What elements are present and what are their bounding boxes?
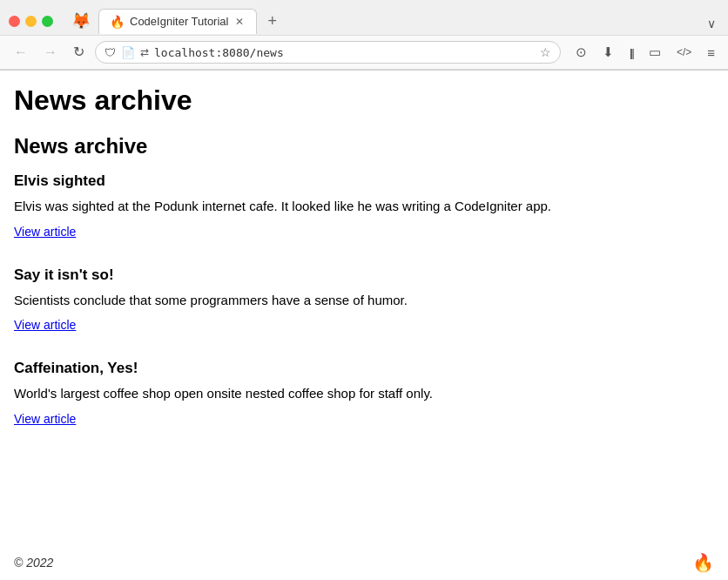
firefox-logo: 🦊 <box>64 11 98 30</box>
view-article-link-3[interactable]: View article <box>14 412 76 426</box>
article-excerpt-2: Scientists conclude that some programmer… <box>14 291 714 311</box>
history-button[interactable]: ||| <box>625 44 637 62</box>
download-button[interactable]: ⬇ <box>598 42 618 63</box>
article-item-2: Say it isn't so! Scientists conclude tha… <box>14 266 714 340</box>
article-title-3: Caffeination, Yes! <box>14 360 714 377</box>
new-tab-button[interactable]: + <box>260 9 284 34</box>
article-title-1: Elvis sighted <box>14 172 714 190</box>
menu-button[interactable]: ≡ <box>703 43 719 63</box>
nav-bar: ← → ↻ 🛡 📄 ⇄ localhost:8080/news ☆ ⊙ ⬇ ||… <box>0 35 728 70</box>
reader-view-button[interactable]: ▭ <box>644 42 665 63</box>
view-article-link-2[interactable]: View article <box>14 318 76 332</box>
page-icon: 📄 <box>121 46 135 59</box>
devtools-button[interactable]: </> <box>672 44 696 61</box>
article-item-1: Elvis sighted Elvis was sighted at the P… <box>14 172 714 246</box>
footer-copyright: © 2022 <box>14 556 53 570</box>
article-item-3: Caffeination, Yes! World's largest coffe… <box>14 360 714 433</box>
tracking-icon: ⇄ <box>140 46 149 58</box>
page-section-title: News archive <box>14 134 714 158</box>
tab-title-text: CodeIgniter Tutorial <box>130 15 228 28</box>
back-button[interactable]: ← <box>9 43 33 62</box>
close-button[interactable] <box>9 16 20 27</box>
view-article-link-1[interactable]: View article <box>14 225 76 239</box>
pocket-button[interactable]: ⊙ <box>571 42 591 63</box>
window-controls <box>9 16 53 27</box>
page-footer: © 2022 🔥 <box>0 545 728 580</box>
title-bar: 🦊 🔥 CodeIgniter Tutorial ✕ + ∨ <box>0 0 728 35</box>
maximize-button[interactable] <box>42 16 53 27</box>
footer-flame-icon: 🔥 <box>692 552 714 573</box>
toolbar-icons: ⊙ ⬇ ||| ▭ </> ≡ <box>571 42 719 63</box>
address-bar[interactable]: 🛡 📄 ⇄ localhost:8080/news ☆ <box>95 41 561 64</box>
security-icon: 🛡 <box>104 46 116 59</box>
article-excerpt-3: World's largest coffee shop open onsite … <box>14 384 714 404</box>
tab-overflow-button[interactable]: ∨ <box>704 13 719 34</box>
tab-close-button[interactable]: ✕ <box>233 16 246 28</box>
forward-button[interactable]: → <box>38 43 63 62</box>
page-main-title: News archive <box>14 84 714 117</box>
page-content: News archive News archive Elvis sighted … <box>0 71 728 506</box>
browser-chrome: 🦊 🔥 CodeIgniter Tutorial ✕ + ∨ ← → ↻ 🛡 📄… <box>0 0 728 71</box>
tab-favicon-icon: 🔥 <box>110 15 125 29</box>
minimize-button[interactable] <box>25 16 37 27</box>
address-text: localhost:8080/news <box>154 46 535 59</box>
article-title-2: Say it isn't so! <box>14 266 714 284</box>
address-icons: ☆ <box>540 45 551 59</box>
reload-button[interactable]: ↻ <box>68 43 90 62</box>
article-excerpt-1: Elvis was sighted at the Podunk internet… <box>14 197 714 217</box>
active-tab[interactable]: 🔥 CodeIgniter Tutorial ✕ <box>98 9 257 34</box>
bookmark-star-icon[interactable]: ☆ <box>540 45 551 59</box>
